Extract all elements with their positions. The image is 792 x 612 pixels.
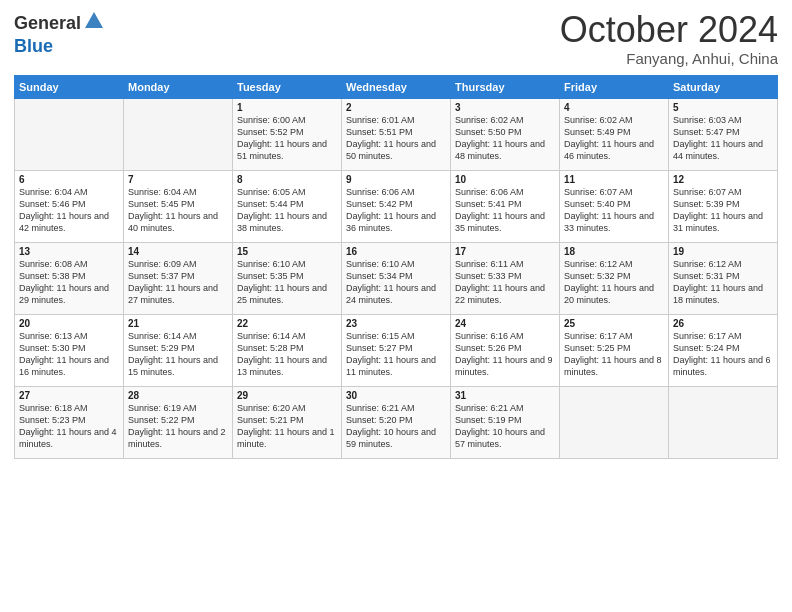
calendar-cell: 25Sunrise: 6:17 AM Sunset: 5:25 PM Dayli… [560, 314, 669, 386]
calendar-cell: 28Sunrise: 6:19 AM Sunset: 5:22 PM Dayli… [124, 386, 233, 458]
calendar-cell: 20Sunrise: 6:13 AM Sunset: 5:30 PM Dayli… [15, 314, 124, 386]
calendar-cell: 14Sunrise: 6:09 AM Sunset: 5:37 PM Dayli… [124, 242, 233, 314]
day-number: 4 [564, 102, 664, 113]
cell-info: Sunrise: 6:20 AM Sunset: 5:21 PM Dayligh… [237, 402, 337, 451]
day-number: 31 [455, 390, 555, 401]
calendar-cell: 3Sunrise: 6:02 AM Sunset: 5:50 PM Daylig… [451, 98, 560, 170]
weekday-header: Sunday [15, 75, 124, 98]
location: Fanyang, Anhui, China [560, 50, 778, 67]
logo-general-text: General [14, 13, 81, 34]
calendar-week-row: 13Sunrise: 6:08 AM Sunset: 5:38 PM Dayli… [15, 242, 778, 314]
calendar-week-row: 6Sunrise: 6:04 AM Sunset: 5:46 PM Daylig… [15, 170, 778, 242]
cell-info: Sunrise: 6:15 AM Sunset: 5:27 PM Dayligh… [346, 330, 446, 379]
calendar-cell [124, 98, 233, 170]
calendar-cell: 27Sunrise: 6:18 AM Sunset: 5:23 PM Dayli… [15, 386, 124, 458]
calendar-cell: 9Sunrise: 6:06 AM Sunset: 5:42 PM Daylig… [342, 170, 451, 242]
cell-info: Sunrise: 6:14 AM Sunset: 5:29 PM Dayligh… [128, 330, 228, 379]
cell-info: Sunrise: 6:17 AM Sunset: 5:24 PM Dayligh… [673, 330, 773, 379]
calendar-cell [15, 98, 124, 170]
calendar-cell: 2Sunrise: 6:01 AM Sunset: 5:51 PM Daylig… [342, 98, 451, 170]
day-number: 16 [346, 246, 446, 257]
calendar-cell: 17Sunrise: 6:11 AM Sunset: 5:33 PM Dayli… [451, 242, 560, 314]
calendar-cell: 11Sunrise: 6:07 AM Sunset: 5:40 PM Dayli… [560, 170, 669, 242]
day-number: 30 [346, 390, 446, 401]
cell-info: Sunrise: 6:07 AM Sunset: 5:39 PM Dayligh… [673, 186, 773, 235]
weekday-header: Thursday [451, 75, 560, 98]
weekday-header: Saturday [669, 75, 778, 98]
weekday-header: Monday [124, 75, 233, 98]
day-number: 13 [19, 246, 119, 257]
day-number: 8 [237, 174, 337, 185]
svg-marker-0 [85, 12, 103, 28]
weekday-header: Tuesday [233, 75, 342, 98]
weekday-header: Wednesday [342, 75, 451, 98]
calendar-cell [669, 386, 778, 458]
calendar-cell: 24Sunrise: 6:16 AM Sunset: 5:26 PM Dayli… [451, 314, 560, 386]
calendar-cell: 10Sunrise: 6:06 AM Sunset: 5:41 PM Dayli… [451, 170, 560, 242]
calendar-week-row: 1Sunrise: 6:00 AM Sunset: 5:52 PM Daylig… [15, 98, 778, 170]
calendar-cell [560, 386, 669, 458]
day-number: 14 [128, 246, 228, 257]
calendar-cell: 18Sunrise: 6:12 AM Sunset: 5:32 PM Dayli… [560, 242, 669, 314]
day-number: 25 [564, 318, 664, 329]
cell-info: Sunrise: 6:21 AM Sunset: 5:19 PM Dayligh… [455, 402, 555, 451]
cell-info: Sunrise: 6:08 AM Sunset: 5:38 PM Dayligh… [19, 258, 119, 307]
cell-info: Sunrise: 6:09 AM Sunset: 5:37 PM Dayligh… [128, 258, 228, 307]
calendar-cell: 5Sunrise: 6:03 AM Sunset: 5:47 PM Daylig… [669, 98, 778, 170]
cell-info: Sunrise: 6:12 AM Sunset: 5:31 PM Dayligh… [673, 258, 773, 307]
day-number: 1 [237, 102, 337, 113]
day-number: 9 [346, 174, 446, 185]
day-number: 28 [128, 390, 228, 401]
cell-info: Sunrise: 6:10 AM Sunset: 5:34 PM Dayligh… [346, 258, 446, 307]
day-number: 18 [564, 246, 664, 257]
main-container: General Blue October 2024 Fanyang, Anhui… [0, 0, 792, 469]
day-number: 12 [673, 174, 773, 185]
cell-info: Sunrise: 6:17 AM Sunset: 5:25 PM Dayligh… [564, 330, 664, 379]
cell-info: Sunrise: 6:10 AM Sunset: 5:35 PM Dayligh… [237, 258, 337, 307]
logo-blue-text: Blue [14, 36, 53, 57]
day-number: 7 [128, 174, 228, 185]
logo-icon [83, 10, 105, 36]
calendar-cell: 16Sunrise: 6:10 AM Sunset: 5:34 PM Dayli… [342, 242, 451, 314]
day-number: 23 [346, 318, 446, 329]
cell-info: Sunrise: 6:05 AM Sunset: 5:44 PM Dayligh… [237, 186, 337, 235]
day-number: 21 [128, 318, 228, 329]
calendar-cell: 31Sunrise: 6:21 AM Sunset: 5:19 PM Dayli… [451, 386, 560, 458]
cell-info: Sunrise: 6:07 AM Sunset: 5:40 PM Dayligh… [564, 186, 664, 235]
cell-info: Sunrise: 6:16 AM Sunset: 5:26 PM Dayligh… [455, 330, 555, 379]
cell-info: Sunrise: 6:12 AM Sunset: 5:32 PM Dayligh… [564, 258, 664, 307]
day-number: 5 [673, 102, 773, 113]
calendar-cell: 29Sunrise: 6:20 AM Sunset: 5:21 PM Dayli… [233, 386, 342, 458]
calendar-cell: 15Sunrise: 6:10 AM Sunset: 5:35 PM Dayli… [233, 242, 342, 314]
calendar-header-row: SundayMondayTuesdayWednesdayThursdayFrid… [15, 75, 778, 98]
calendar-cell: 7Sunrise: 6:04 AM Sunset: 5:45 PM Daylig… [124, 170, 233, 242]
header: General Blue October 2024 Fanyang, Anhui… [14, 10, 778, 67]
calendar-cell: 26Sunrise: 6:17 AM Sunset: 5:24 PM Dayli… [669, 314, 778, 386]
cell-info: Sunrise: 6:21 AM Sunset: 5:20 PM Dayligh… [346, 402, 446, 451]
logo: General Blue [14, 10, 105, 57]
cell-info: Sunrise: 6:06 AM Sunset: 5:41 PM Dayligh… [455, 186, 555, 235]
calendar-week-row: 20Sunrise: 6:13 AM Sunset: 5:30 PM Dayli… [15, 314, 778, 386]
day-number: 22 [237, 318, 337, 329]
day-number: 24 [455, 318, 555, 329]
calendar-cell: 19Sunrise: 6:12 AM Sunset: 5:31 PM Dayli… [669, 242, 778, 314]
day-number: 3 [455, 102, 555, 113]
day-number: 17 [455, 246, 555, 257]
cell-info: Sunrise: 6:18 AM Sunset: 5:23 PM Dayligh… [19, 402, 119, 451]
cell-info: Sunrise: 6:02 AM Sunset: 5:50 PM Dayligh… [455, 114, 555, 163]
calendar-cell: 1Sunrise: 6:00 AM Sunset: 5:52 PM Daylig… [233, 98, 342, 170]
cell-info: Sunrise: 6:01 AM Sunset: 5:51 PM Dayligh… [346, 114, 446, 163]
cell-info: Sunrise: 6:04 AM Sunset: 5:46 PM Dayligh… [19, 186, 119, 235]
cell-info: Sunrise: 6:04 AM Sunset: 5:45 PM Dayligh… [128, 186, 228, 235]
day-number: 10 [455, 174, 555, 185]
cell-info: Sunrise: 6:00 AM Sunset: 5:52 PM Dayligh… [237, 114, 337, 163]
day-number: 27 [19, 390, 119, 401]
calendar-cell: 6Sunrise: 6:04 AM Sunset: 5:46 PM Daylig… [15, 170, 124, 242]
cell-info: Sunrise: 6:02 AM Sunset: 5:49 PM Dayligh… [564, 114, 664, 163]
day-number: 19 [673, 246, 773, 257]
title-area: October 2024 Fanyang, Anhui, China [560, 10, 778, 67]
calendar-cell: 30Sunrise: 6:21 AM Sunset: 5:20 PM Dayli… [342, 386, 451, 458]
day-number: 20 [19, 318, 119, 329]
calendar-table: SundayMondayTuesdayWednesdayThursdayFrid… [14, 75, 778, 459]
day-number: 29 [237, 390, 337, 401]
